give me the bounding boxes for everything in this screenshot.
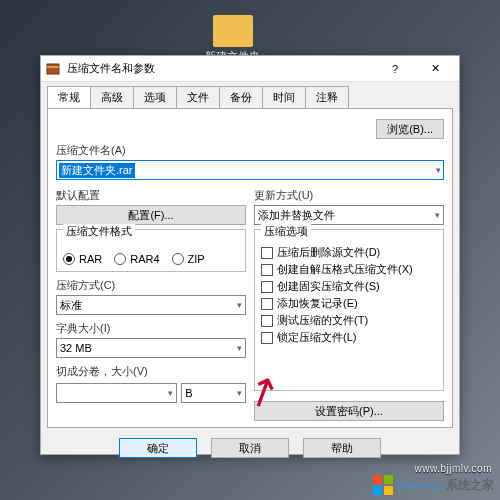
footer-brand: Windows 系统之家 [373,475,494,495]
radio-rar4[interactable] [114,253,126,265]
options-fieldset: 压缩选项 压缩后删除源文件(D) 创建自解压格式压缩文件(X) 创建固实压缩文件… [254,229,444,391]
svg-rect-0 [47,64,59,74]
filename-label: 压缩文件名(A) [56,143,444,158]
update-mode-value: 添加并替换文件 [258,208,335,223]
close-window-button[interactable]: ✕ [415,56,455,82]
filename-input[interactable]: 新建文件夹.rar ▾ [56,160,444,180]
split-size-input[interactable]: ▾ [56,383,177,403]
windows-logo-icon [373,475,393,495]
chevron-down-icon: ▾ [435,210,440,220]
brand-sub: 系统之家 [446,477,494,494]
ok-button[interactable]: 确定 [119,438,197,458]
format-fieldset: 压缩文件格式 RAR RAR4 ZIP [56,229,246,272]
cancel-button[interactable]: 取消 [211,438,289,458]
help-window-button[interactable]: ? [375,56,415,82]
method-label: 压缩方式(C) [56,278,246,293]
checkbox-sfx[interactable] [261,264,273,276]
split-label: 切成分卷，大小(V) [56,364,246,379]
update-mode-label: 更新方式(U) [254,188,444,203]
checkbox-solid[interactable] [261,281,273,293]
app-icon [45,61,61,77]
dict-select[interactable]: 32 MB ▾ [56,338,246,358]
options-label: 压缩选项 [261,224,311,239]
help-button[interactable]: 帮助 [303,438,381,458]
tab-backup[interactable]: 备份 [219,86,263,108]
watermark-url: www.bjjmlv.com [415,463,492,474]
browse-button[interactable]: 浏览(B)... [376,119,444,139]
split-unit-select[interactable]: B ▾ [181,383,246,403]
password-button[interactable]: 设置密码(P)... [254,401,444,421]
tab-general[interactable]: 常规 [47,86,91,108]
svg-rect-2 [373,475,382,484]
dialog-title: 压缩文件名和参数 [67,61,375,76]
tab-options[interactable]: 选项 [133,86,177,108]
svg-rect-4 [373,486,382,495]
svg-rect-5 [384,486,393,495]
update-mode-select[interactable]: 添加并替换文件 ▾ [254,205,444,225]
titlebar: 压缩文件名和参数 ? ✕ [41,56,459,82]
tab-advanced[interactable]: 高级 [90,86,134,108]
dict-label: 字典大小(I) [56,321,246,336]
svg-rect-3 [384,475,393,484]
chevron-down-icon: ▾ [237,300,242,310]
folder-icon [213,15,253,47]
tab-bar: 常规 高级 选项 文件 备份 时间 注释 [41,82,459,108]
checkbox-test[interactable] [261,315,273,327]
radio-rar[interactable] [63,253,75,265]
dialog-buttons: 确定 取消 帮助 [41,434,459,466]
general-panel: 浏览(B)... 压缩文件名(A) 新建文件夹.rar ▾ 默认配置 配置(F)… [47,108,453,428]
chevron-down-icon: ▾ [436,165,441,175]
chevron-down-icon: ▾ [237,388,242,398]
svg-rect-1 [47,66,59,68]
method-select[interactable]: 标准 ▾ [56,295,246,315]
radio-zip[interactable] [172,253,184,265]
chevron-down-icon: ▾ [237,343,242,353]
filename-value: 新建文件夹.rar [59,163,135,178]
format-label: 压缩文件格式 [63,224,135,239]
profile-button[interactable]: 配置(F)... [56,205,246,225]
chevron-down-icon: ▾ [168,388,173,398]
checkbox-delete-source[interactable] [261,247,273,259]
brand-text: Windows [397,479,442,491]
checkbox-lock[interactable] [261,332,273,344]
tab-comment[interactable]: 注释 [305,86,349,108]
rar-dialog: 压缩文件名和参数 ? ✕ 常规 高级 选项 文件 备份 时间 注释 浏览(B).… [40,55,460,455]
profile-label: 默认配置 [56,188,246,203]
tab-files[interactable]: 文件 [176,86,220,108]
tab-time[interactable]: 时间 [262,86,306,108]
checkbox-recovery[interactable] [261,298,273,310]
